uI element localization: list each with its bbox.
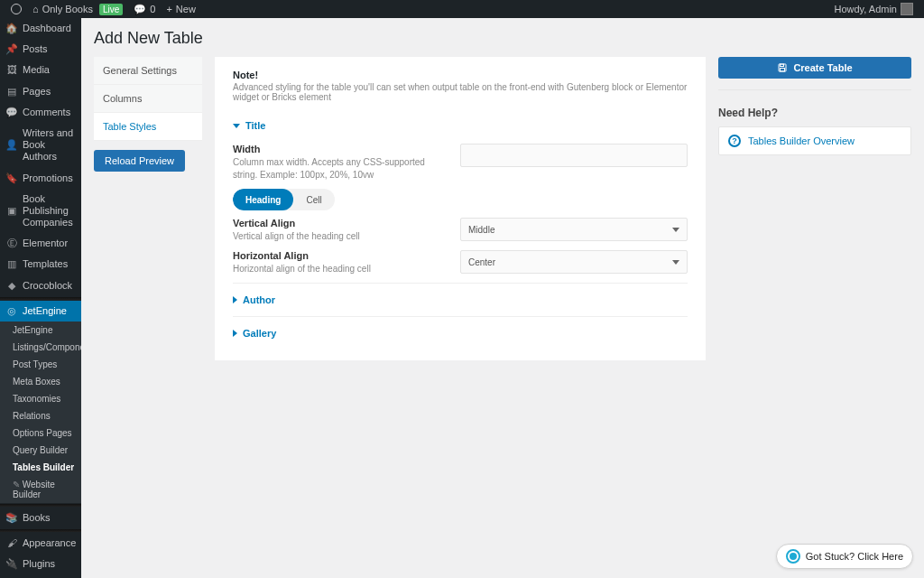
width-input[interactable] [460, 144, 688, 167]
templates-icon: ▥ [6, 259, 17, 270]
menu-jetengine[interactable]: ◎JetEngine [0, 301, 81, 322]
note-title: Note! [233, 70, 688, 80]
menu-dashboard[interactable]: 🏠Dashboard [0, 18, 81, 39]
help-title: Need Help? [718, 107, 911, 119]
halign-value: Center [468, 257, 495, 267]
note-text: Advanced styling for the table you'll ca… [233, 82, 688, 102]
help-link[interactable]: Tables Builder Overview [748, 135, 855, 146]
svg-rect-2 [781, 69, 785, 72]
site-link[interactable]: ⌂ Only Books Live [27, 0, 128, 18]
comments-link[interactable]: 💬 0 [128, 0, 161, 18]
jetengine-icon: ◎ [6, 305, 17, 316]
submenu-query-builder[interactable]: Query Builder [0, 442, 81, 459]
admin-sidebar: 🏠Dashboard 📌Posts 🖼Media ▤Pages 💬Comment… [0, 18, 81, 578]
chevron-down-icon [233, 124, 240, 128]
accordion-title[interactable]: Title [233, 115, 688, 136]
valign-desc: Vertical align of the heading cell [233, 230, 448, 243]
plus-icon: + [166, 4, 171, 14]
submenu-tables-builder[interactable]: Tables Builder [0, 459, 81, 476]
menu-templates[interactable]: ▥Templates [0, 254, 81, 275]
accordion-author[interactable]: Author [233, 289, 688, 311]
menu-plugins[interactable]: 🔌Plugins [0, 554, 81, 574]
valign-select[interactable]: Middle [460, 218, 688, 241]
howdy-text: Howdy, Admin [835, 4, 898, 14]
halign-select[interactable]: Center [460, 250, 688, 274]
width-label: Width [233, 144, 448, 154]
submenu-options-pages[interactable]: Options Pages [0, 424, 81, 442]
settings-panel: Note! Advanced styling for the table you… [215, 57, 706, 360]
wordpress-icon [11, 4, 22, 14]
dashboard-icon: 🏠 [6, 23, 17, 34]
create-table-button[interactable]: Create Table [718, 57, 911, 79]
submenu-post-types[interactable]: Post Types [0, 356, 81, 373]
halign-label: Horizontal Align [233, 250, 448, 261]
elementor-icon: Ⓔ [6, 238, 17, 249]
live-badge: Live [99, 4, 123, 15]
menu-appearance[interactable]: 🖌Appearance [0, 533, 81, 554]
create-table-label: Create Table [793, 62, 852, 73]
tab-table-styles[interactable]: Table Styles [94, 113, 202, 141]
right-sidebar: Create Table Need Help? ? Tables Builder… [718, 57, 911, 155]
comment-icon: 💬 [6, 107, 17, 117]
menu-crocoblock[interactable]: ◆Crocoblock [0, 275, 81, 296]
pin-icon: 📌 [6, 44, 17, 55]
menu-elementor[interactable]: ⒺElementor [0, 233, 81, 254]
croco-icon: ◆ [6, 280, 17, 291]
menu-comments[interactable]: 💬Comments [0, 102, 81, 123]
support-icon [786, 549, 800, 564]
menu-posts[interactable]: 📌Posts [0, 39, 81, 60]
admin-toolbar: ⌂ Only Books Live 💬 0 + New Howdy, Admin [0, 0, 924, 18]
valign-value: Middle [468, 225, 494, 235]
plugin-icon: 🔌 [6, 559, 17, 570]
wrench-icon: ✎ [13, 480, 23, 489]
submenu-jetengine: JetEngine Listings/Components Post Types… [0, 322, 81, 503]
field-valign: Vertical Align Vertical align of the hea… [233, 218, 688, 243]
submenu-website-builder[interactable]: ✎ Website Builder [0, 476, 81, 503]
menu-media[interactable]: 🖼Media [0, 60, 81, 80]
chevron-right-icon [233, 296, 237, 303]
reload-preview-button[interactable]: Reload Preview [94, 150, 185, 172]
submenu-jetengine-main[interactable]: JetEngine [0, 322, 81, 339]
field-width: Width Column max width. Accepts any CSS-… [233, 144, 688, 182]
submenu-meta-boxes[interactable]: Meta Boxes [0, 373, 81, 390]
submenu-taxonomies[interactable]: Taxonomies [0, 390, 81, 407]
help-icon: ? [728, 135, 741, 147]
divider [233, 316, 688, 317]
menu-separator [0, 529, 81, 532]
media-icon: 🖼 [6, 65, 17, 76]
new-link[interactable]: + New [161, 0, 200, 18]
tab-general[interactable]: General Settings [94, 57, 202, 85]
avatar [901, 3, 913, 15]
submenu-relations[interactable]: Relations [0, 407, 81, 424]
wp-logo[interactable] [5, 0, 27, 18]
field-halign: Horizontal Align Horizontal align of the… [233, 250, 688, 275]
divider [233, 283, 688, 284]
menu-books[interactable]: 📚Books [0, 508, 81, 528]
help-link-box[interactable]: ? Tables Builder Overview [718, 126, 911, 155]
menu-promotions[interactable]: 🔖Promotions [0, 168, 81, 189]
home-icon: ⌂ [32, 4, 39, 14]
seg-heading[interactable]: Heading [233, 189, 293, 210]
halign-desc: Horizontal align of the heading cell [233, 263, 448, 275]
got-stuck-label: Got Stuck? Click Here [806, 551, 903, 562]
menu-writers[interactable]: 👤Writers and Book Authors [0, 123, 81, 168]
new-label: New [176, 4, 196, 14]
users-icon: 👤 [6, 140, 17, 151]
settings-tabs: General Settings Columns Table Styles Re… [94, 57, 202, 172]
menu-pages[interactable]: ▤Pages [0, 81, 81, 102]
got-stuck-button[interactable]: Got Stuck? Click Here [776, 544, 913, 569]
save-icon [777, 62, 788, 73]
menu-users[interactable]: 👤Users [0, 575, 81, 578]
accordion-gallery[interactable]: Gallery [233, 322, 688, 344]
segmented-heading-cell: Heading Cell [233, 189, 335, 210]
seg-cell[interactable]: Cell [293, 189, 334, 210]
account-link[interactable]: Howdy, Admin [829, 3, 919, 15]
valign-label: Vertical Align [233, 218, 448, 228]
chevron-down-icon [672, 260, 679, 265]
chevron-right-icon [233, 330, 237, 337]
submenu-listings[interactable]: Listings/Components [0, 339, 81, 356]
company-icon: ▣ [6, 205, 17, 216]
menu-companies[interactable]: ▣Book Publishing Companies [0, 189, 81, 234]
menu-separator-plugins [0, 297, 81, 300]
tab-columns[interactable]: Columns [94, 85, 202, 113]
